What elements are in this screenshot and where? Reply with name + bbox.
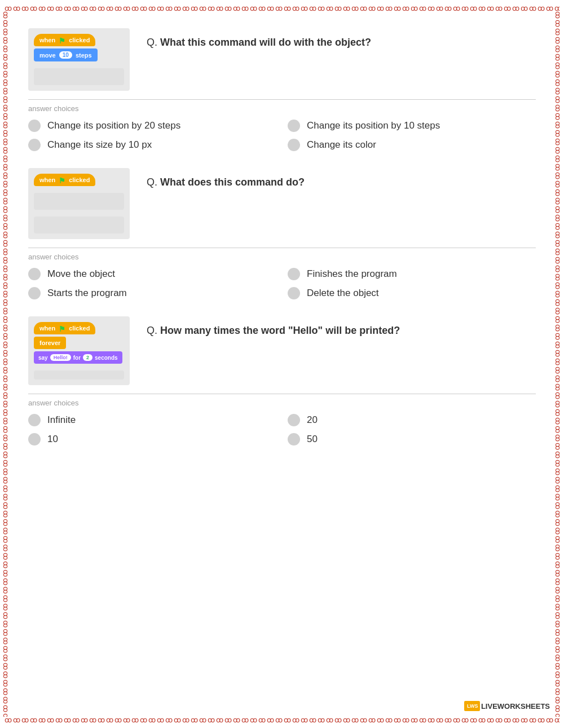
choice-q2b-text: Finishes the program bbox=[307, 268, 397, 280]
choice-q3d-text: 50 bbox=[307, 434, 318, 445]
say-label: say bbox=[38, 355, 48, 361]
choice-q2a-text: Move the object bbox=[47, 268, 115, 280]
flag-icon-q2 bbox=[59, 177, 65, 183]
choice-q1c-text: Change its size by 10 px bbox=[47, 139, 152, 151]
scratch-move-block: move 10 steps bbox=[34, 48, 98, 61]
choice-q1b[interactable]: Change its position by 10 steps bbox=[288, 120, 536, 132]
question-1-bold: What this command will do with the objec… bbox=[160, 37, 371, 48]
choice-q3c-text: 10 bbox=[47, 434, 58, 445]
choice-q1d[interactable]: Change its color bbox=[288, 139, 536, 151]
scratch-placeholder-q2b bbox=[34, 217, 124, 233]
choice-q2a[interactable]: Move the object bbox=[28, 268, 276, 280]
choice-q2d[interactable]: Delete the object bbox=[288, 287, 536, 299]
radio-q3b[interactable] bbox=[288, 414, 300, 426]
radio-q2c[interactable] bbox=[28, 287, 41, 299]
scratch-when-clicked-block-q2: when clicked bbox=[34, 174, 95, 186]
radio-q1b[interactable] bbox=[288, 120, 300, 132]
question-3-bold: How many times the word "Hello" will be … bbox=[160, 325, 400, 336]
clicked-label: clicked bbox=[69, 37, 90, 43]
scratch-visual-q3: when clicked forever say Hello! for 2 se… bbox=[28, 316, 130, 385]
choice-q2d-text: Delete the object bbox=[307, 288, 379, 299]
scratch-placeholder-q3 bbox=[34, 370, 124, 380]
choice-q3c[interactable]: 10 bbox=[28, 433, 276, 445]
radio-q2a[interactable] bbox=[28, 268, 41, 280]
scratch-placeholder-q1 bbox=[34, 68, 124, 85]
when-label-q2: when bbox=[39, 177, 55, 183]
seconds-label: seconds bbox=[95, 355, 118, 361]
scratch-visual-q2: when clicked bbox=[28, 168, 130, 239]
choice-q3a-text: Infinite bbox=[47, 414, 76, 426]
choice-q3a[interactable]: Infinite bbox=[28, 414, 276, 426]
liveworksheets-logo: LWS LIVEWORKSHEETS bbox=[464, 701, 550, 711]
scratch-visual-q1: when clicked move 10 steps bbox=[28, 28, 130, 91]
forever-label: forever bbox=[39, 339, 60, 346]
radio-q3d[interactable] bbox=[288, 433, 300, 445]
scratch-forever-block: forever bbox=[34, 337, 66, 349]
radio-q1a[interactable] bbox=[28, 120, 41, 132]
question-3-text: Q. How many times the word "Hello" will … bbox=[147, 316, 536, 337]
question-3-block: when clicked forever say Hello! for 2 se… bbox=[28, 316, 536, 385]
steps-label: steps bbox=[76, 52, 92, 59]
choice-q2c-text: Starts the program bbox=[47, 288, 127, 299]
move-label: move bbox=[39, 52, 56, 59]
scratch-placeholder-q2a bbox=[34, 193, 124, 210]
logo-live-badge: LWS bbox=[464, 701, 480, 711]
scratch-when-clicked-block-q3: when clicked bbox=[34, 322, 95, 334]
clicked-label-q2: clicked bbox=[69, 177, 90, 183]
radio-q1d[interactable] bbox=[288, 139, 300, 151]
question-1-text: Q. What this command will do with the ob… bbox=[147, 28, 536, 48]
main-content: when clicked move 10 steps Q. What this … bbox=[0, 0, 564, 491]
question-2-text: Q. What does this command do? bbox=[147, 168, 536, 188]
flag-icon bbox=[59, 37, 65, 43]
question-2-block: when clicked Q. What does this command d… bbox=[28, 168, 536, 239]
num-10-badge: 10 bbox=[59, 51, 72, 59]
when-label-q3: when bbox=[39, 325, 55, 332]
hello-badge: Hello! bbox=[50, 354, 71, 361]
choice-q2c[interactable]: Starts the program bbox=[28, 287, 276, 299]
choice-q1d-text: Change its color bbox=[307, 139, 376, 151]
num-2-badge: 2 bbox=[83, 354, 92, 361]
answer-choices-label-q1: answer choices bbox=[28, 104, 536, 113]
choice-q2b[interactable]: Finishes the program bbox=[288, 268, 536, 280]
choice-q3b-text: 20 bbox=[307, 414, 318, 426]
radio-q1c[interactable] bbox=[28, 139, 41, 151]
clicked-label-q3: clicked bbox=[69, 325, 90, 332]
radio-q3a[interactable] bbox=[28, 414, 41, 426]
liveworksheets-text: LIVEWORKSHEETS bbox=[481, 702, 550, 711]
radio-q3c[interactable] bbox=[28, 433, 41, 445]
radio-q2b[interactable] bbox=[288, 268, 300, 280]
svg-text:LWS: LWS bbox=[467, 703, 478, 709]
when-label: when bbox=[39, 37, 55, 43]
choices-grid-q2: Move the object Finishes the program Sta… bbox=[28, 268, 536, 299]
answer-choices-label-q2: answer choices bbox=[28, 253, 536, 261]
for-label: for bbox=[73, 355, 81, 361]
answer-choices-section-q3: answer choices Infinite 20 10 50 bbox=[28, 394, 536, 445]
scratch-say-block: say Hello! for 2 seconds bbox=[34, 351, 122, 364]
choices-grid-q1: Change its position by 20 steps Change i… bbox=[28, 120, 536, 151]
flag-icon-q3 bbox=[59, 325, 65, 332]
question-1-block: when clicked move 10 steps Q. What this … bbox=[28, 28, 536, 91]
choice-q3d[interactable]: 50 bbox=[288, 433, 536, 445]
choice-q1a-text: Change its position by 20 steps bbox=[47, 120, 180, 131]
scratch-when-clicked-block-q1: when clicked bbox=[34, 34, 95, 46]
choice-q1c[interactable]: Change its size by 10 px bbox=[28, 139, 276, 151]
answer-choices-label-q3: answer choices bbox=[28, 399, 536, 407]
choices-grid-q3: Infinite 20 10 50 bbox=[28, 414, 536, 445]
border-bottom: ꝏꝏꝏꝏꝏꝏꝏꝏꝏꝏꝏꝏꝏꝏꝏꝏꝏꝏꝏꝏꝏꝏꝏꝏꝏꝏꝏꝏꝏꝏꝏꝏꝏꝏꝏꝏꝏꝏꝏꝏ… bbox=[5, 716, 559, 723]
choice-q1b-text: Change its position by 10 steps bbox=[307, 120, 440, 131]
answer-choices-section-q2: answer choices Move the object Finishes … bbox=[28, 248, 536, 299]
answer-choices-section-q1: answer choices Change its position by 20… bbox=[28, 99, 536, 151]
footer: LWS LIVEWORKSHEETS bbox=[464, 701, 550, 711]
choice-q1a[interactable]: Change its position by 20 steps bbox=[28, 120, 276, 132]
choice-q3b[interactable]: 20 bbox=[288, 414, 536, 426]
radio-q2d[interactable] bbox=[288, 287, 300, 299]
question-2-bold: What does this command do? bbox=[160, 177, 305, 188]
